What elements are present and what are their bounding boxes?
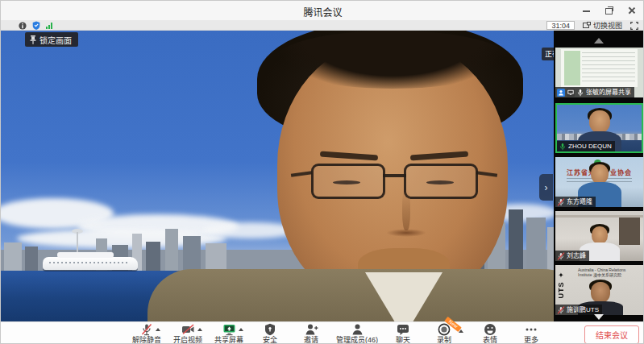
tencent-meeting-window: 腾讯会议 31:04 切换视图 (0, 0, 644, 344)
participant-name: ZHOU DEQUN (568, 141, 612, 151)
end-meeting-button[interactable]: 结束会议 (584, 325, 639, 344)
invite-button[interactable]: 邀请 (295, 323, 327, 344)
sidebar-collapse-handle[interactable]: › (539, 174, 553, 201)
thumbnail-liuzhifeng[interactable]: 刘志峰 (555, 211, 643, 261)
acri-overlay-text: Australia - China Relations Institute 澳中… (578, 267, 641, 277)
thumbnail-uts[interactable]: UTS ✦ Australia - China Relations Instit… (555, 265, 643, 315)
bottom-toolbar: 解除静音 开启视频 共享屏幕 安全 (1, 321, 644, 344)
record-button[interactable]: New 录制 (428, 323, 460, 344)
glasses (311, 164, 385, 199)
pinned-view-label: 锁定画面 (25, 32, 78, 47)
share-screen-button[interactable]: 共享屏幕 (213, 323, 245, 344)
main-video-stage[interactable]: 锁定画面 正在讲话: ZHOU DEQUN; Lu... › (1, 31, 644, 321)
meeting-timer: 31:04 (546, 21, 575, 30)
chat-icon (397, 323, 409, 336)
thumbnail-dongfang[interactable]: 江苏省光伏产业协会 东方曦隆 (555, 157, 643, 207)
scroll-up-icon[interactable] (594, 38, 604, 44)
switch-view-icon (583, 22, 591, 29)
record-options-caret[interactable] (459, 329, 463, 333)
thumbnail-screen-share[interactable]: 张敏的屏幕共享 (555, 48, 643, 97)
window-title: 腾讯会议 (1, 5, 644, 19)
members-icon (351, 323, 364, 336)
restore-button[interactable] (605, 6, 614, 15)
mic-muted-icon (557, 306, 565, 314)
mic-muted-icon (140, 323, 153, 336)
invite-icon (305, 323, 318, 336)
screen-share-icon (567, 89, 575, 97)
security-icon (264, 323, 276, 336)
participant-name: 刘志峰 (567, 251, 586, 261)
minimize-button[interactable] (582, 6, 592, 15)
network-signal-icon[interactable] (46, 23, 52, 29)
meeting-info-icon[interactable] (19, 22, 27, 30)
chat-button[interactable]: 聊天 (387, 323, 419, 344)
mic-muted-icon (557, 198, 565, 206)
manage-members-button[interactable]: 管理成员(46) (336, 323, 378, 344)
meeting-status-strip: 31:04 切换视图 (1, 20, 644, 31)
thumbnail-zhou-dequn[interactable]: ZHOU DEQUN (555, 103, 643, 153)
camera-muted-icon (181, 323, 195, 336)
presenter-icon (557, 89, 565, 97)
cruise-ship (43, 257, 138, 270)
security-shield-icon[interactable] (32, 21, 40, 30)
close-button[interactable] (627, 6, 637, 15)
video-options-caret[interactable] (197, 328, 202, 331)
participant-name: 东方曦隆 (567, 197, 592, 207)
mic-on-icon (576, 89, 584, 97)
more-icon (524, 323, 538, 336)
emoji-button[interactable]: 表情 (474, 323, 506, 344)
unmute-button[interactable]: 解除静音 (131, 323, 163, 344)
switch-view-button[interactable]: 切换视图 (583, 20, 622, 31)
security-button[interactable]: 安全 (254, 323, 286, 344)
mic-muted-icon (557, 252, 565, 260)
uts-vertical-text: UTS ✦ (557, 270, 565, 299)
scroll-down-icon[interactable] (594, 314, 604, 320)
mic-active-icon (559, 143, 567, 151)
mic-options-caret[interactable] (156, 328, 160, 331)
share-screen-icon (222, 323, 236, 336)
share-options-caret[interactable] (239, 328, 243, 331)
pin-icon (30, 35, 36, 44)
participant-name: 张敏的屏幕共享 (586, 87, 631, 97)
participants-sidebar: 张敏的屏幕共享 ZHOU DEQUN 江苏省光伏产业协会 东方曦隆 (554, 31, 644, 321)
title-bar: 腾讯会议 (1, 1, 644, 20)
fullscreen-icon[interactable] (630, 22, 638, 30)
emoji-icon (484, 323, 497, 336)
more-button[interactable]: 更多 (515, 323, 547, 344)
start-video-button[interactable]: 开启视频 (172, 323, 204, 344)
